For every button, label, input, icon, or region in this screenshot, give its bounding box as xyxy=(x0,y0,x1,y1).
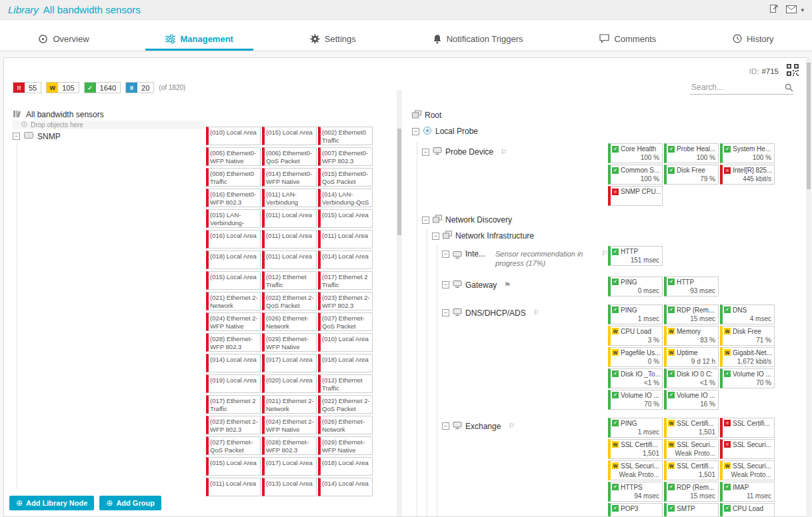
library-sensor-item[interactable]: (005) Ethernet0-WFP Native xyxy=(206,147,261,166)
library-sensor-item[interactable]: (015) Ethernet0-QoS Packet xyxy=(318,168,373,187)
sensor-chip[interactable]: WSSL Certifi...1,501 xyxy=(608,439,663,459)
library-sensor-item[interactable]: (008) Ethernet0 Traffic xyxy=(206,168,261,187)
sensor-chip[interactable]: !!SSL Securi... xyxy=(720,439,775,459)
device-name[interactable]: Probe Device xyxy=(445,147,493,157)
collapse-toggle-icon[interactable]: − xyxy=(442,251,449,258)
library-sensor-item[interactable]: (011) Local Area xyxy=(262,251,317,269)
library-sensor-item[interactable]: (018) Local Area xyxy=(206,251,261,269)
library-sensor-item[interactable]: (014) LAN-Verbindung-QoS xyxy=(318,189,373,207)
library-sensor-item[interactable]: (011) Local Area xyxy=(262,209,317,228)
library-sensor-item[interactable]: (016) Local Area xyxy=(206,230,261,249)
group-label[interactable]: Network Infrastructure xyxy=(455,231,534,241)
tree-node-local-probe[interactable]: − Local Probe xyxy=(412,125,797,137)
device-name[interactable]: Inte... xyxy=(465,249,485,258)
library-sensor-item[interactable]: (007) Ethernet0-WFP 802.3 xyxy=(318,147,373,166)
sensor-chip[interactable]: ✓RDP (Rem...15 msec xyxy=(664,482,719,502)
library-sensor-item[interactable]: (028) Ethernet-WFP 802.3 xyxy=(262,436,317,455)
library-sensor-item[interactable]: (013) Local Area xyxy=(262,478,317,496)
library-sensor-item[interactable]: (023) Ethernet 2-WFP 802.3 xyxy=(206,416,261,434)
library-node-snmp[interactable]: − SNMP xyxy=(13,131,205,141)
library-sensor-item[interactable]: (014) Local Area xyxy=(318,478,373,496)
status-badge-down[interactable]: !!55 xyxy=(13,82,41,93)
sensor-chip[interactable]: WSSL Securi...Weak Proto... xyxy=(664,439,719,459)
tab-settings[interactable]: Settings xyxy=(290,29,376,51)
library-sensor-item[interactable]: (024) Ethernet 2-WFP Native xyxy=(262,416,317,434)
library-sensor-item[interactable]: (017) Local Area xyxy=(262,354,317,372)
tab-management[interactable]: Management xyxy=(145,29,253,51)
library-root-label[interactable]: All bandwidth sensors xyxy=(26,110,104,119)
tree-node-root[interactable]: Root xyxy=(412,109,797,121)
drop-target[interactable]: Drop objects here xyxy=(13,121,205,129)
collapse-toggle-icon[interactable]: − xyxy=(422,149,429,156)
sensor-chip[interactable]: ✓Disk Free79 % xyxy=(664,165,719,185)
tab-notification-triggers[interactable]: Notification Triggers xyxy=(413,29,543,51)
library-sensor-item[interactable]: (023) Ethernet 2-WFP 802.3 xyxy=(318,292,373,310)
collapse-toggle-icon[interactable]: − xyxy=(432,233,439,240)
sensor-chip[interactable]: ✓PING0 msec xyxy=(608,276,663,296)
library-node-label[interactable]: SNMP xyxy=(37,132,61,141)
sensor-chip[interactable]: !!SNMP CPU... xyxy=(608,186,663,206)
library-sensor-item[interactable]: (027) Ethernet-QoS Packet xyxy=(206,436,261,455)
device-name[interactable]: Exchange xyxy=(465,422,501,431)
sensor-chip[interactable]: ✓System He...100 % xyxy=(720,143,775,163)
sensor-chip[interactable]: WSSL Certifi...1,501 xyxy=(664,418,719,438)
sensor-chip[interactable]: WSSL Certifi...1,501 xyxy=(664,460,719,480)
library-sensor-item[interactable]: (002) Ethernet0 Traffic xyxy=(318,127,373,145)
sensor-chip[interactable]: ✓PING1 msec xyxy=(608,418,663,438)
sensor-chip[interactable]: ✓Probe Heal...100 % xyxy=(664,143,719,163)
sensor-chip[interactable]: ✓Core Health100 % xyxy=(608,143,663,163)
library-sensor-item[interactable]: (015) Local Area xyxy=(318,209,373,228)
sensor-chip[interactable]: ✓HTTP93 msec xyxy=(664,276,719,296)
status-badge-paused[interactable]: II20 xyxy=(125,82,154,93)
report-icon[interactable] xyxy=(769,3,779,17)
status-badge-warning[interactable]: W105 xyxy=(46,82,79,93)
sensor-chip[interactable]: ✓Volume IO ...70 % xyxy=(720,368,775,388)
root-label[interactable]: Root xyxy=(425,111,441,120)
library-sensor-item[interactable]: (011) Local Area xyxy=(318,230,373,249)
library-sensor-item[interactable]: (029) Ethernet-WFP Native xyxy=(318,436,373,455)
group-label[interactable]: Network Discovery xyxy=(445,215,512,225)
sensor-chip[interactable]: WDisk Free71 % xyxy=(720,326,775,346)
caret-down-icon[interactable]: ▾ xyxy=(801,7,804,13)
library-sensor-item[interactable]: (019) Local Area xyxy=(206,374,261,393)
library-sensor-item[interactable]: (006) Ethernet0-QoS Packet xyxy=(262,147,317,166)
tab-history[interactable]: History xyxy=(713,29,793,51)
library-sensor-item[interactable]: (012) Ethernet Traffic xyxy=(262,271,317,290)
sensor-chip[interactable]: WCPU Load3 % xyxy=(608,326,663,346)
library-sensor-item[interactable]: (014) Ethernet0-WFP Native xyxy=(262,168,317,187)
sensor-chip[interactable]: ✓SMTP xyxy=(664,503,719,517)
middle-scrollbar-thumb[interactable] xyxy=(397,129,401,235)
sensor-chip[interactable]: ✓HTTPS94 msec xyxy=(608,482,663,502)
library-sensor-item[interactable]: (027) Ethernet-QoS Packet xyxy=(318,312,373,331)
email-dropdown-icon[interactable] xyxy=(786,4,797,16)
sensor-chip[interactable]: WSSL Securi...Weak Proto... xyxy=(720,460,775,480)
library-sensor-item[interactable]: (021) Ethernet 2-Network xyxy=(206,292,261,310)
collapse-toggle-icon[interactable]: − xyxy=(422,217,429,224)
collapse-toggle-icon[interactable]: − xyxy=(442,309,449,316)
library-sensor-item[interactable]: (020) Local Area xyxy=(262,374,317,393)
library-sensor-item[interactable]: (028) Ethernet-WFP 802.3 xyxy=(206,333,261,352)
library-sensor-item[interactable]: (015) LAN-Verbindung- xyxy=(206,209,261,228)
library-sensor-item[interactable]: (010) Local Area xyxy=(206,127,261,145)
library-sensor-item[interactable]: (022) Ethernet 2-QoS Packet xyxy=(262,292,317,310)
device-name[interactable]: Gateway xyxy=(465,280,497,290)
tab-overview[interactable]: Overview xyxy=(18,29,109,51)
sensor-chip[interactable]: ✓PING1 msec xyxy=(608,304,663,324)
library-sensor-item[interactable]: (014) Local Area xyxy=(318,251,373,269)
breadcrumb-section[interactable]: Library xyxy=(8,4,39,15)
qr-code-icon[interactable] xyxy=(787,64,799,79)
sensor-chip[interactable]: !!SSL Certifi... xyxy=(720,418,775,438)
tree-node-network-discovery[interactable]: − Network Discovery xyxy=(422,214,797,226)
library-sensor-item[interactable]: (022) Ethernet 2-QoS Packet xyxy=(318,395,373,414)
library-sensor-item[interactable]: (012) Ethernet Traffic xyxy=(318,374,373,393)
search-input[interactable] xyxy=(690,81,793,95)
status-badge-up[interactable]: ✓1640 xyxy=(84,82,121,93)
library-sensor-item[interactable]: (011) Local Area xyxy=(206,478,261,496)
sensor-chip[interactable]: ✓DNS4 msec xyxy=(720,304,775,324)
library-sensor-item[interactable]: (011) Local Area xyxy=(262,230,317,249)
tab-comments[interactable]: Comments xyxy=(579,29,676,51)
search-icon[interactable] xyxy=(785,83,793,95)
library-sensor-item[interactable]: (026) Ethernet-Network xyxy=(262,312,317,331)
sensor-chip[interactable]: ✓Volume IO ...16 % xyxy=(664,390,719,410)
sensor-chip[interactable]: WPagefile Us...0 % xyxy=(608,347,663,367)
